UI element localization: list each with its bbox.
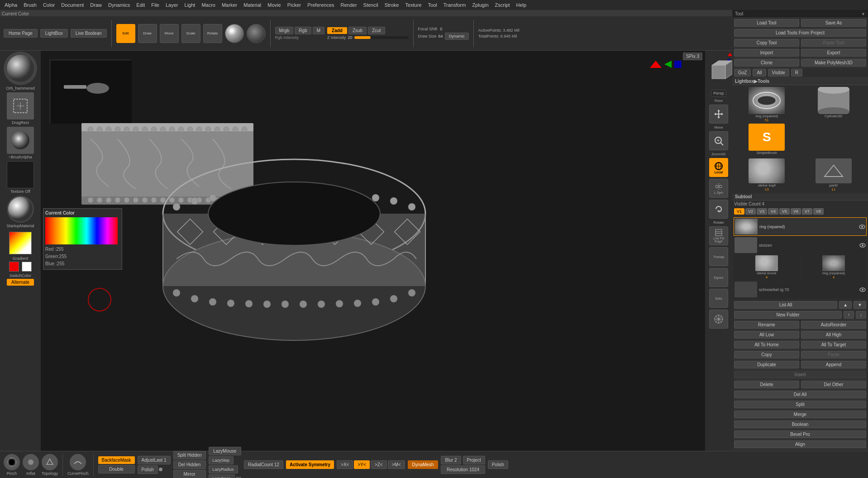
import-button[interactable]: Import (734, 49, 799, 57)
y-sym-button[interactable]: >Y< (354, 460, 369, 469)
menu-tool[interactable]: Tool (425, 1, 440, 9)
color-spectrum[interactable] (45, 217, 118, 244)
menu-draw[interactable]: Draw (87, 1, 105, 9)
texture-off-icon[interactable] (7, 161, 34, 188)
lightbox-tools-title[interactable]: Lightbox▶Tools (732, 78, 868, 85)
rotate-button[interactable]: Rotate (203, 24, 222, 43)
menu-material[interactable]: Material (241, 1, 264, 9)
v7-button[interactable]: V7 (802, 208, 812, 215)
menu-zscript[interactable]: Zscript (492, 1, 513, 9)
v6-button[interactable]: V6 (791, 208, 801, 215)
menu-light[interactable]: Light (182, 1, 198, 9)
lazy-radius-button[interactable]: LazyRadius (209, 465, 238, 473)
r-button[interactable]: R (791, 69, 802, 76)
eye-visible-icon3[interactable] (859, 287, 866, 293)
topology-tool[interactable]: Topology (42, 454, 58, 476)
alternate-button[interactable]: Alternate (7, 279, 34, 286)
save-as-button[interactable]: Save As (801, 19, 866, 27)
subtool-ring-repaired2[interactable]: ring (repaired) 4 (801, 254, 867, 280)
menu-document[interactable]: Document (58, 1, 86, 9)
folder-up-button[interactable]: ↑ (844, 311, 854, 319)
subtool-schnoerkel[interactable]: schnoerkel rg 70 (734, 281, 867, 298)
canvas-area[interactable]: SPix 3 (41, 51, 705, 451)
home-page-button[interactable]: Home Page (4, 29, 38, 38)
all-low-button[interactable]: All Low (734, 331, 799, 339)
solo-button[interactable]: Solo (709, 289, 728, 308)
split-button[interactable]: Split (734, 401, 866, 408)
transp-button[interactable]: Transp (709, 247, 728, 266)
z-intensity-slider[interactable] (354, 36, 409, 39)
local-button[interactable]: Local (709, 158, 728, 177)
radial-count-button[interactable]: RadialCount 12 (244, 460, 283, 469)
append-button[interactable]: Append (801, 361, 866, 368)
menu-macro[interactable]: Macro (199, 1, 218, 9)
color-gradient-swatch[interactable] (9, 232, 32, 254)
perspective-button[interactable]: Persp (711, 90, 726, 97)
load-tool-button[interactable]: Load Tool (734, 19, 799, 27)
v8-button[interactable]: V8 (813, 208, 824, 215)
menu-transform[interactable]: Transform (441, 1, 469, 9)
del-all-button[interactable]: Del All (734, 391, 866, 398)
brush-alpha-preview[interactable] (247, 24, 266, 43)
menu-layer[interactable]: Layer (163, 1, 181, 9)
l-sym-button[interactable]: L.Sym (709, 179, 728, 198)
menu-zplugin[interactable]: Zplugin (469, 1, 491, 9)
spokes-button[interactable] (709, 310, 728, 329)
drag-rect-icon[interactable] (7, 92, 34, 120)
paste-tool-button[interactable]: Paste Tool (801, 39, 866, 47)
boolean-button[interactable]: Boolean (734, 421, 866, 428)
eye-visible-icon[interactable] (859, 224, 865, 230)
auto-reorder-button[interactable]: AutoReorder (801, 321, 866, 329)
new-folder-button[interactable]: New Folder (734, 311, 842, 319)
menu-help[interactable]: Help (514, 1, 529, 9)
merge-button[interactable]: Merge (734, 411, 866, 418)
project-button[interactable]: Project (463, 456, 485, 464)
floor-button[interactable]: Floor (709, 99, 728, 103)
inflat-tool[interactable]: Inflat (23, 454, 39, 476)
eye-visible-icon2[interactable] (859, 242, 866, 249)
zadd-button[interactable]: Zadd (327, 27, 347, 34)
menu-alpha[interactable]: Alpha (2, 1, 20, 9)
v3-button[interactable]: V3 (757, 208, 767, 215)
all-button[interactable]: All (753, 69, 766, 76)
backface-mask-button[interactable]: BackfaceMask (98, 456, 135, 464)
all-to-home-button[interactable]: All To Home (734, 341, 799, 349)
paste-button[interactable]: Paste (801, 351, 866, 358)
scale-button[interactable]: Scale (181, 24, 200, 43)
menu-render[interactable]: Render (338, 1, 360, 9)
copy-button[interactable]: Copy (734, 351, 799, 358)
material-preview[interactable] (225, 24, 244, 43)
lazy-step-button[interactable]: LazyStep (209, 456, 234, 464)
z-sym-button[interactable]: >Z< (371, 460, 387, 469)
foreground-color-swatch[interactable] (9, 262, 19, 272)
bevel-pro-button[interactable]: Bevel Pro (734, 430, 866, 438)
resolution-button[interactable]: Resolution 1024 (441, 465, 485, 474)
nav-cube-icon[interactable] (701, 52, 737, 88)
brush-preview[interactable] (4, 52, 37, 85)
cylinder3d-tool[interactable]: Cylinder3D (801, 87, 867, 122)
clone-button[interactable]: Clone (734, 59, 799, 67)
folder-down-button[interactable]: ↓ (856, 311, 866, 319)
edit-button[interactable]: Edit (116, 24, 135, 43)
menu-dynamics[interactable]: Dynamics (105, 1, 133, 9)
polish-dot[interactable] (159, 468, 162, 471)
x-sym-button[interactable]: >X< (337, 460, 353, 469)
move-button[interactable]: Move (160, 24, 179, 43)
copy-tool-button[interactable]: Copy Tool (734, 39, 799, 47)
menu-preferences[interactable]: Preferences (305, 1, 337, 9)
steine-kopf-tool[interactable]: steine kopf 13 (734, 158, 800, 191)
rename-button[interactable]: Rename (734, 321, 799, 329)
lazy-snap-button[interactable]: LazySnap (209, 474, 235, 478)
double-button[interactable]: Double (98, 465, 135, 473)
align-button[interactable]: Align (734, 440, 866, 448)
lazy-mouse-button[interactable]: LazyMouse (209, 447, 242, 455)
del-other-button[interactable]: Del Other (801, 381, 866, 388)
m-sym-button[interactable]: >M< (388, 460, 405, 469)
ring-repaired-tool[interactable]: ring (repaired) 51 (734, 87, 800, 122)
menu-stencil[interactable]: Stencil (361, 1, 381, 9)
split-hidden-button[interactable]: Split Hidden (173, 451, 206, 459)
duplicate-button[interactable]: Duplicate (734, 361, 799, 368)
menu-texture[interactable]: Texture (402, 1, 424, 9)
menu-edit[interactable]: Edit (134, 1, 148, 9)
adjust-last-button[interactable]: AdjustLast 1 (138, 456, 171, 464)
